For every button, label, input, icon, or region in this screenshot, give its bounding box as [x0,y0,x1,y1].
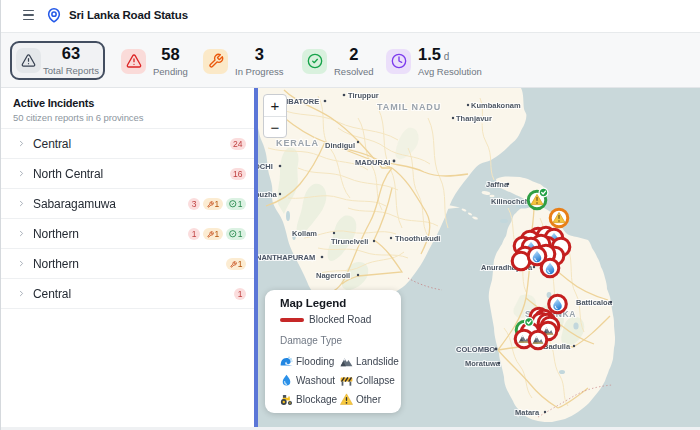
svg-text:NANTHAPURAM: NANTHAPURAM [258,253,315,262]
svg-text:MADURAI: MADURAI [355,158,390,167]
svg-text:Nagercoil: Nagercoil [316,271,350,280]
svg-text:MBATORE: MBATORE [282,97,319,106]
svg-text:OCHI: OCHI [258,162,273,171]
svg-text:KERALA: KERALA [276,138,319,148]
svg-text:Moratuwa: Moratuwa [465,359,501,368]
svg-text:puzha: puzha [258,190,277,199]
svg-text:Kollam: Kollam [292,229,317,238]
svg-text:Thanjavur: Thanjavur [456,114,492,123]
svg-text:Batticaloa: Batticaloa [576,298,613,307]
svg-text:Kilinochchi: Kilinochchi [491,197,531,206]
svg-text:COLOMBO: COLOMBO [456,345,495,354]
svg-text:Matara: Matara [515,408,540,417]
svg-text:Thoothukudi: Thoothukudi [395,234,440,243]
svg-text:Jaffna: Jaffna [486,180,509,189]
svg-text:Tiruppur: Tiruppur [348,91,379,100]
svg-text:Tirunelveli: Tirunelveli [331,237,368,246]
svg-text:Dindigul: Dindigul [325,141,355,150]
svg-text:TAMIL NADU: TAMIL NADU [377,102,441,112]
svg-text:Kumbakonam: Kumbakonam [471,101,521,110]
